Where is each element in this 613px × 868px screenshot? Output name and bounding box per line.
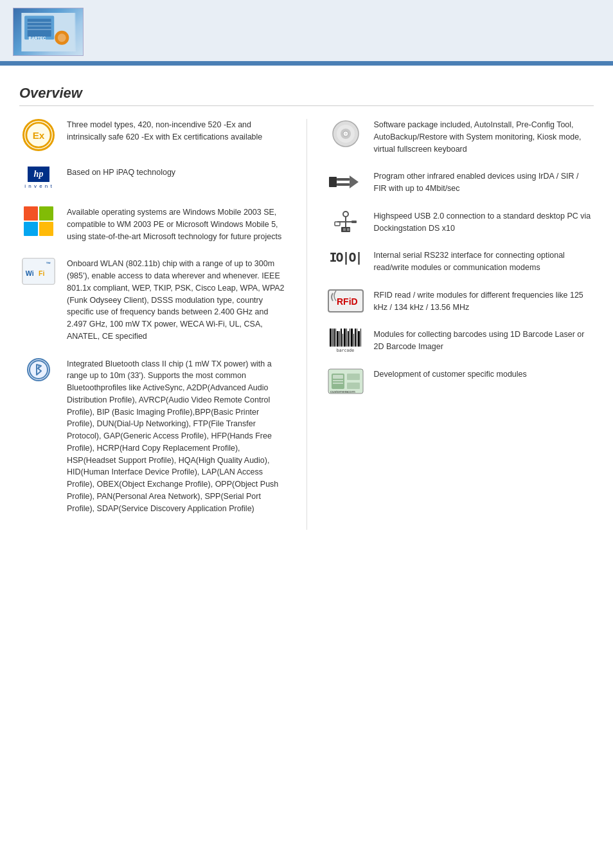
- svg-text:Ex: Ex: [33, 130, 45, 141]
- svg-point-21: [344, 132, 347, 135]
- cd-icon: [326, 119, 365, 149]
- svg-rect-32: [343, 228, 346, 231]
- cd-symbol: [331, 119, 360, 149]
- feature-ex-cert: Ex Three model types, 420, non-incendive…: [19, 119, 287, 151]
- usb-text: Highspeed USB 2.0 connection to a standa…: [374, 210, 594, 235]
- feature-barcode: barcode Modules for collecting barcodes …: [326, 329, 594, 353]
- svg-text:RFiD: RFiD: [337, 296, 358, 307]
- svg-text:Fi: Fi: [39, 269, 44, 277]
- svg-rect-23: [337, 178, 350, 181]
- hp-text: Based on HP iPAQ technology: [67, 167, 287, 179]
- rfid-symbol: RFiD: [328, 289, 364, 312]
- customer-icon: customer acom: [326, 368, 365, 394]
- svg-point-7: [58, 33, 66, 42]
- svg-rect-22: [329, 177, 337, 187]
- customer-text: Development of customer specific modules: [374, 368, 594, 381]
- two-column-layout: Ex Three model types, 420, non-incendive…: [19, 119, 594, 530]
- hp-icon: hp i n v e n t: [19, 167, 58, 191]
- svg-rect-38: [333, 375, 343, 379]
- serial-icon: IO|O|: [326, 249, 365, 265]
- irda-text: Program other infrared enabled devices u…: [374, 170, 594, 195]
- svg-text:Wi: Wi: [26, 269, 34, 277]
- ex-symbol: Ex: [24, 120, 53, 150]
- usb-icon: [326, 210, 365, 233]
- svg-text:customer: customer: [330, 390, 346, 393]
- feature-serial: IO|O| Internal serial RS232 interface fo…: [326, 249, 594, 274]
- bluetooth-icon: ʿ: [19, 358, 58, 381]
- rfid-text: RFID read / write modules for different …: [374, 289, 594, 314]
- bluetooth-text: Integrated Bluetooth class II chip (1 mW…: [67, 358, 287, 515]
- logo-graphic: BARTEC: [19, 13, 77, 51]
- software-text: Software package included, AutoInstall, …: [374, 119, 594, 155]
- bluetooth-symbol: ʿ: [28, 359, 49, 380]
- svg-rect-40: [333, 383, 343, 384]
- page-header: BARTEC: [0, 0, 613, 63]
- ex-cert-text: Three model types, 420, non-incendive 52…: [67, 119, 287, 143]
- feature-bluetooth: ʿ Integrated Bluetooth class II chip (1 …: [19, 358, 287, 515]
- svg-point-26: [343, 212, 348, 217]
- usb-symbol: [330, 210, 362, 233]
- customer-symbol: customer acom: [328, 368, 364, 394]
- irda-icon: [326, 170, 365, 194]
- svg-rect-33: [347, 228, 350, 231]
- svg-text:BARTEC: BARTEC: [29, 35, 46, 40]
- feature-rfid: RFiD RFID read / write modules for diffe…: [326, 289, 594, 314]
- feature-wifi: Wi Fi ™ Onboard WLAN (802.11b) chip with…: [19, 258, 287, 342]
- wifi-icon: Wi Fi ™: [19, 258, 58, 285]
- svg-rect-24: [337, 183, 350, 186]
- feature-customer: customer acom Development of customer sp…: [326, 368, 594, 394]
- barcode-label-text: barcode: [337, 348, 354, 353]
- windows-icon: [19, 206, 58, 236]
- feature-hp: hp i n v e n t Based on HP iPAQ technolo…: [19, 167, 287, 191]
- serial-text: Internal serial RS232 interface for conn…: [374, 249, 594, 274]
- feature-usb: Highspeed USB 2.0 connection to a standa…: [326, 210, 594, 235]
- ex-icon: Ex: [19, 119, 58, 151]
- svg-marker-25: [350, 176, 359, 188]
- svg-text:™: ™: [46, 262, 51, 267]
- svg-text:acom: acom: [346, 390, 355, 393]
- svg-rect-39: [333, 380, 343, 381]
- irda-symbol: [328, 170, 363, 194]
- svg-rect-2: [28, 19, 51, 37]
- right-column: Software package included, AutoInstall, …: [307, 119, 594, 530]
- wifi-symbol: Wi Fi ™: [22, 258, 55, 285]
- company-logo: BARTEC: [13, 8, 84, 56]
- svg-rect-42: [347, 383, 360, 389]
- feature-windows: Available operating systems are Windows …: [19, 206, 287, 242]
- svg-rect-30: [351, 221, 357, 223]
- rfid-icon: RFiD: [326, 289, 365, 312]
- barcode-text: Modules for collecting barcodes using 1D…: [374, 329, 594, 353]
- svg-rect-41: [347, 374, 360, 380]
- left-column: Ex Three model types, 420, non-incendive…: [19, 119, 307, 530]
- page-title: Overview: [19, 85, 594, 106]
- feature-software: Software package included, AutoInstall, …: [326, 119, 594, 155]
- wifi-text: Onboard WLAN (802.11b) chip with a range…: [67, 258, 287, 342]
- barcode-icon: barcode: [326, 329, 365, 353]
- main-content: Overview Ex Three model types, 420, non-…: [0, 66, 613, 543]
- windows-text: Available operating systems are Windows …: [67, 206, 287, 242]
- feature-irda: Program other infrared enabled devices u…: [326, 170, 594, 195]
